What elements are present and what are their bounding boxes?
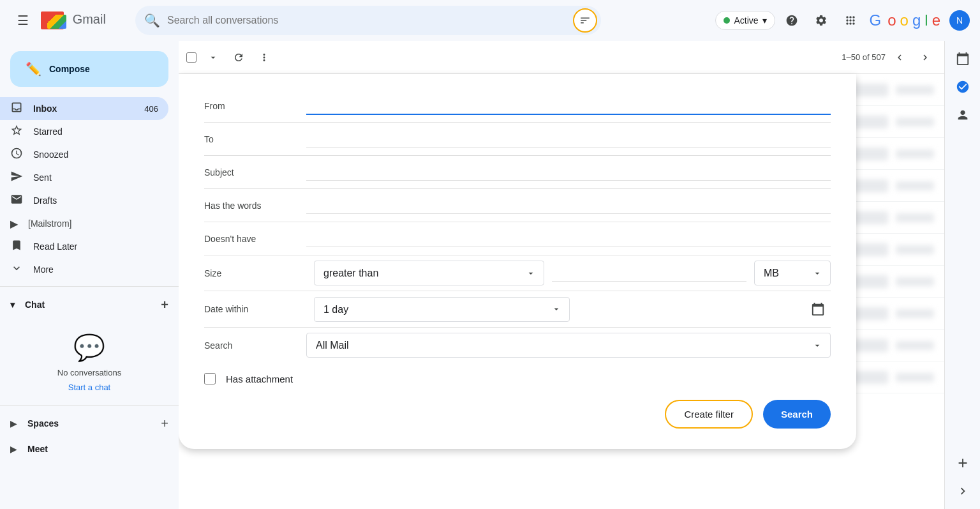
divider-2 (0, 405, 179, 406)
search-bar-wrap: 🔍 (135, 6, 601, 35)
active-status-button[interactable]: Active ▾ (715, 11, 775, 30)
body-wrap: ✏️ Compose Inbox 406 Starred Snoozed (0, 41, 980, 509)
from-row: From (204, 89, 831, 123)
subject-input[interactable] (306, 163, 831, 181)
create-filter-button[interactable]: Create filter (665, 400, 753, 429)
inbox-badge: 406 (144, 104, 158, 114)
active-label: Active (734, 15, 758, 26)
calendar-button[interactable] (805, 296, 831, 322)
search-icon: 🔍 (144, 13, 160, 28)
sidebar-item-inbox[interactable]: Inbox 406 (0, 97, 168, 120)
compose-button[interactable]: ✏️ Compose (10, 51, 168, 87)
spaces-add-icon[interactable]: + (161, 416, 168, 431)
read-later-icon (10, 239, 23, 255)
sidebar-item-more[interactable]: More (0, 258, 168, 281)
sidebar-item-starred[interactable]: Starred (0, 120, 168, 143)
has-words-input[interactable] (306, 197, 831, 214)
to-row: To (204, 123, 831, 156)
right-sidebar-contacts-button[interactable] (950, 102, 976, 128)
chat-add-icon[interactable]: + (161, 298, 168, 312)
more-label: More (33, 264, 158, 275)
start-chat-link[interactable]: Start a chat (68, 383, 110, 392)
status-dot (724, 17, 730, 24)
right-sidebar-calendar-button[interactable] (950, 46, 976, 72)
help-button[interactable] (779, 8, 805, 33)
to-label: To (204, 134, 306, 144)
more-options-icon (258, 52, 270, 63)
email-date (896, 118, 934, 126)
search-btn-label: Search (781, 409, 813, 420)
apps-button[interactable] (838, 8, 863, 33)
email-date (896, 277, 934, 286)
date-within-label: Date within (204, 304, 306, 314)
google-logo-g2: g (912, 11, 921, 29)
divider (0, 286, 179, 287)
spaces-chevron-icon: ▶ (10, 418, 17, 429)
mailstrom-chevron-icon: ▶ (10, 218, 18, 230)
sidebar-item-snoozed[interactable]: Snoozed (0, 143, 168, 166)
more-icon (10, 262, 23, 278)
to-input[interactable] (306, 130, 831, 148)
snoozed-icon (10, 147, 23, 163)
meet-section[interactable]: ▶ Meet (0, 436, 179, 462)
from-input[interactable] (306, 97, 831, 115)
size-value-input[interactable] (552, 264, 746, 282)
search-button[interactable]: Search (763, 400, 831, 429)
calendar-icon (956, 52, 970, 66)
add-icon (956, 456, 970, 470)
size-comparison-select[interactable]: greater than less than (314, 261, 544, 285)
right-sidebar-tasks-button[interactable] (950, 74, 976, 100)
sidebar-item-drafts[interactable]: Drafts (0, 189, 168, 212)
chevron-down-button[interactable] (202, 46, 225, 69)
chevron-left-icon (894, 52, 905, 63)
next-page-button[interactable] (914, 46, 937, 69)
size-label: Size (204, 268, 306, 278)
search-input[interactable] (135, 6, 601, 35)
chat-no-conversations: 💬 No conversations Start a chat (0, 317, 179, 400)
select-all-checkbox[interactable] (186, 52, 197, 63)
settings-button[interactable] (808, 8, 834, 33)
top-bar: ☰ Gmail 🔍 (0, 0, 980, 41)
sidebar-item-read-later[interactable]: Read Later (0, 235, 168, 258)
email-date (896, 213, 934, 222)
starred-label: Starred (33, 126, 158, 137)
has-attachment-checkbox[interactable] (204, 373, 216, 384)
email-date (896, 373, 934, 382)
search-in-row: Search All Mail Inbox Starred Sent Draft… (204, 328, 831, 363)
date-within-row: Date within 1 day 3 days 1 week 2 weeks … (204, 291, 831, 328)
more-options-button[interactable] (253, 46, 276, 69)
date-within-select[interactable]: 1 day 3 days 1 week 2 weeks 1 month 2 mo… (314, 297, 570, 322)
google-logo-l: l (924, 11, 928, 29)
size-row: Size greater than less than MB KB Bytes (204, 255, 831, 291)
hamburger-menu[interactable]: ☰ (10, 8, 36, 33)
has-attachment-label[interactable]: Has attachment (226, 374, 293, 384)
prev-page-button[interactable] (888, 46, 911, 69)
sent-label: Sent (33, 172, 158, 183)
chat-label: Chat (25, 300, 151, 310)
meet-chevron-icon: ▶ (10, 444, 17, 454)
filter-options-icon (579, 15, 591, 26)
email-date (896, 341, 934, 350)
avatar[interactable]: N (949, 10, 970, 31)
tasks-icon (956, 80, 970, 94)
search-in-select[interactable]: All Mail Inbox Starred Sent Drafts Spam … (306, 333, 831, 358)
right-sidebar-add-button[interactable] (950, 450, 976, 476)
refresh-button[interactable] (227, 46, 250, 69)
right-sidebar-expand-button[interactable] (950, 478, 976, 504)
google-logo-e: e (932, 11, 940, 29)
doesnt-have-input[interactable] (306, 230, 831, 247)
sent-icon (10, 170, 23, 186)
create-filter-label: Create filter (684, 409, 734, 420)
mailstrom-toggle[interactable]: ▶ [Mailstrom] (0, 212, 179, 235)
top-bar-right: Active ▾ G o o g l e N (715, 8, 970, 33)
has-attachment-row: Has attachment (204, 363, 831, 390)
spaces-section[interactable]: ▶ Spaces + (0, 411, 179, 436)
search-in-label: Search (204, 340, 306, 351)
drafts-label: Drafts (33, 195, 158, 206)
unit-select[interactable]: MB KB Bytes (754, 261, 831, 285)
chat-section-header[interactable]: ▾ Chat + (0, 292, 179, 317)
spaces-label: Spaces (27, 418, 151, 429)
filter-options-button[interactable] (573, 8, 597, 33)
sidebar-item-sent[interactable]: Sent (0, 166, 168, 189)
mailstrom-label: [Mailstrom] (28, 218, 71, 229)
